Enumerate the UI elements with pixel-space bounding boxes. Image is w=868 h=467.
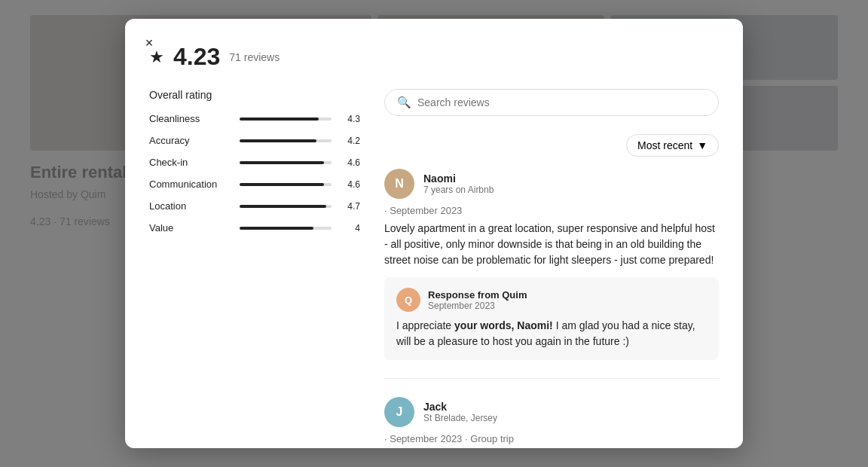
review-date-jack: · September 2023 · Group trip bbox=[384, 433, 719, 444]
bar-row-location: Location 4.7 bbox=[149, 200, 360, 212]
bar-fill-check-in bbox=[240, 161, 324, 164]
bar-row-value: Value 4 bbox=[149, 222, 360, 233]
bar-fill-communication bbox=[240, 183, 324, 186]
bar-track-check-in bbox=[240, 161, 332, 164]
bar-row-cleanliness: Cleanliness 4.3 bbox=[149, 113, 360, 124]
bar-value-value: 4 bbox=[339, 223, 360, 233]
modal-backdrop: × ★ 4.23 71 reviews Overall rating Clean… bbox=[0, 0, 868, 467]
bar-track-communication bbox=[240, 183, 332, 186]
bar-track-value bbox=[240, 227, 332, 230]
response-block-naomi: Q Response from Quim September 2023 I ap… bbox=[384, 277, 719, 360]
reviews-dialog: × ★ 4.23 71 reviews Overall rating Clean… bbox=[125, 19, 743, 448]
bar-fill-accuracy bbox=[240, 139, 316, 142]
bar-label-communication: Communication bbox=[149, 179, 232, 190]
review-item-naomi: N Naomi 7 years on Airbnb · September 20… bbox=[384, 169, 719, 379]
bar-row-accuracy: Accuracy 4.2 bbox=[149, 135, 360, 146]
bar-track-accuracy bbox=[240, 139, 332, 142]
bar-fill-value bbox=[240, 227, 313, 230]
bar-track-location bbox=[240, 205, 332, 208]
bar-row-communication: Communication 4.6 bbox=[149, 179, 360, 190]
reviewer-row-jack: J Jack St Brelade, Jersey bbox=[384, 397, 719, 427]
review-item-jack: J Jack St Brelade, Jersey · September 20… bbox=[384, 397, 719, 448]
bar-label-cleanliness: Cleanliness bbox=[149, 113, 232, 124]
bar-value-location: 4.7 bbox=[339, 201, 360, 212]
bar-value-communication: 4.6 bbox=[339, 179, 360, 190]
rating-header: ★ 4.23 71 reviews bbox=[149, 43, 719, 71]
bar-value-check-in: 4.6 bbox=[339, 157, 360, 168]
review-text-naomi: Lovely apartment in a great location, su… bbox=[384, 221, 719, 268]
reviews-count: 71 reviews bbox=[229, 51, 280, 63]
rating-bars-panel: Overall rating Cleanliness 4.3 Accuracy … bbox=[149, 89, 360, 448]
bar-row-check-in: Check-in 4.6 bbox=[149, 157, 360, 168]
sort-label: Most recent bbox=[637, 139, 692, 151]
reviewer-name-jack: Jack bbox=[423, 401, 497, 413]
reviewer-sub-jack: St Brelade, Jersey bbox=[423, 413, 497, 423]
sort-row: Most recent ▼ bbox=[384, 134, 719, 157]
avatar-jack: J bbox=[384, 397, 414, 427]
sort-button[interactable]: Most recent ▼ bbox=[626, 134, 719, 157]
response-avatar-naomi: Q bbox=[396, 288, 420, 312]
chevron-down-icon: ▼ bbox=[697, 139, 708, 151]
search-icon: 🔍 bbox=[397, 96, 411, 109]
search-box: 🔍 bbox=[384, 89, 719, 116]
bar-fill-location bbox=[240, 205, 326, 208]
reviews-list: N Naomi 7 years on Airbnb · September 20… bbox=[384, 169, 719, 448]
overall-section: Overall rating Cleanliness 4.3 Accuracy … bbox=[149, 89, 719, 448]
review-date-naomi: · September 2023 bbox=[384, 205, 719, 216]
bar-fill-cleanliness bbox=[240, 118, 319, 121]
search-input[interactable] bbox=[417, 96, 706, 108]
bar-value-cleanliness: 4.3 bbox=[339, 114, 360, 124]
reviewer-sub-naomi: 7 years on Airbnb bbox=[423, 185, 494, 195]
reviewer-name-naomi: Naomi bbox=[423, 172, 494, 185]
bar-track-cleanliness bbox=[240, 118, 332, 121]
bar-label-check-in: Check-in bbox=[149, 157, 232, 168]
reviews-side: 🔍 Most recent ▼ N Naomi 7 years on Airbn… bbox=[384, 89, 719, 448]
bar-label-accuracy: Accuracy bbox=[149, 135, 232, 146]
bar-label-value: Value bbox=[149, 222, 232, 233]
reviewer-row-naomi: N Naomi 7 years on Airbnb bbox=[384, 169, 719, 199]
response-text-naomi: I appreciate your words, Naomi! I am gla… bbox=[396, 318, 707, 349]
response-date-naomi: September 2023 bbox=[428, 301, 527, 311]
response-name-naomi: Response from Quim bbox=[428, 289, 527, 301]
bar-value-accuracy: 4.2 bbox=[339, 136, 360, 146]
reviewer-info-naomi: Naomi 7 years on Airbnb bbox=[423, 172, 494, 195]
response-meta-naomi: Response from Quim September 2023 bbox=[428, 289, 527, 311]
bar-label-location: Location bbox=[149, 200, 232, 212]
close-button[interactable]: × bbox=[137, 31, 161, 55]
reviewer-info-jack: Jack St Brelade, Jersey bbox=[423, 401, 497, 423]
bars-container: Cleanliness 4.3 Accuracy 4.2 Check-in 4.… bbox=[149, 113, 360, 233]
response-header-naomi: Q Response from Quim September 2023 bbox=[396, 288, 707, 312]
rating-number: 4.23 bbox=[173, 43, 220, 71]
avatar-naomi: N bbox=[384, 169, 414, 199]
overall-label: Overall rating bbox=[149, 89, 360, 101]
